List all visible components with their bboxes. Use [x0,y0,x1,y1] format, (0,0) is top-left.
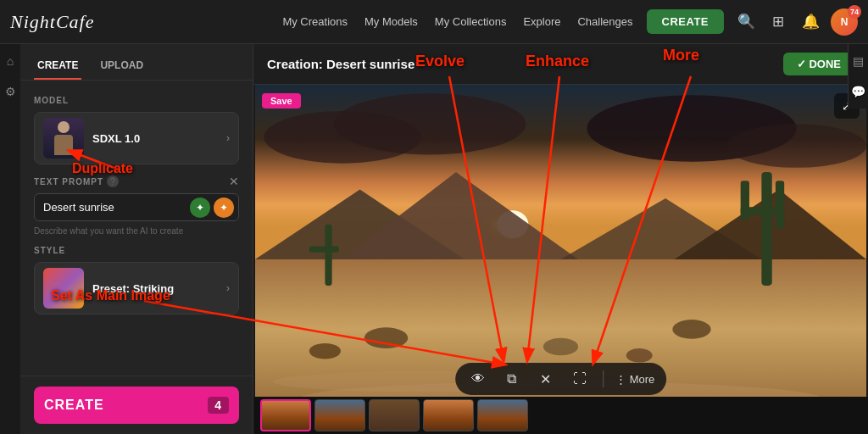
home-icon[interactable]: ⌂ [2,53,19,70]
right-panel-icons: ▤ 💬 [848,44,868,108]
prompt-input-wrap: ✦ ✦ [34,193,239,221]
save-button[interactable]: Save [262,93,301,108]
model-chevron-icon: › [226,132,230,144]
clear-prompt-button[interactable]: ✕ [229,175,239,188]
more-dots-icon: ⋮ [615,373,626,386]
model-silhouette [52,121,75,155]
svg-rect-16 [741,181,749,220]
thumbnail-item-3[interactable] [369,399,420,431]
svg-rect-18 [325,225,331,286]
avatar-badge: 74 [848,5,861,19]
style-thumbnail [43,268,84,309]
chat-icon[interactable]: 💬 [850,83,867,100]
model-card[interactable]: SDXL 1.0 › [34,112,239,164]
style-section-label: STYLE [34,246,239,255]
thumbnail-item-1[interactable] [260,399,311,431]
sidebar-left-icons: ⌂ ⚙ [0,44,20,434]
tab-create[interactable]: CREATE [34,53,81,80]
copy-icon[interactable]: ⧉ [501,368,523,390]
style-card[interactable]: Preset: Striking › [34,262,239,314]
text-prompt-row: TEXT PROMPT ? ✕ [34,175,239,188]
prompt-hint: Describe what you want the AI to create [34,226,239,236]
top-nav: NightCafe My Creations My Models My Coll… [0,0,868,44]
avatar[interactable]: N 74 [831,8,858,36]
settings-icon[interactable]: ⚙ [2,83,19,100]
svg-rect-19 [309,247,339,253]
svg-point-23 [309,343,341,359]
svg-rect-14 [761,172,771,286]
svg-point-22 [672,320,710,339]
nav-create-button[interactable]: CREATE [647,9,724,34]
svg-point-6 [726,124,866,168]
creation-title: Creation: Desert sunrise [267,57,415,71]
image-area: Save ⤢ 👁 ⧉ ✕ ⛶ ⋮ More [253,85,868,434]
view-icon[interactable]: 👁 [467,368,489,390]
style-name: Preset: Striking [92,282,174,295]
svg-rect-17 [776,181,784,229]
svg-point-4 [334,93,526,154]
more-button[interactable]: ⋮ More [615,373,655,386]
svg-point-20 [364,327,409,348]
nav-my-models[interactable]: My Models [364,15,418,28]
bell-button[interactable]: 🔔 [798,10,822,34]
delete-icon[interactable]: ✕ [535,368,557,390]
style-chevron-icon: › [226,282,230,294]
content-header: Creation: Desert sunrise ✓ DONE [253,44,868,85]
fullscreen-icon[interactable]: ⛶ [569,368,591,390]
magic-prompt-button[interactable]: ✦ [214,198,234,218]
svg-point-21 [543,338,578,356]
avatar-text: N [841,16,849,28]
done-button[interactable]: ✓ DONE [783,53,854,75]
more-label: More [630,373,655,386]
create-btn-row: CREATE 4 [20,376,253,434]
nav-my-creations[interactable]: My Creations [282,15,348,28]
text-prompt-label: TEXT PROMPT [34,177,103,186]
model-thumbnail [43,118,84,159]
grid-button[interactable]: ⊞ [766,10,790,34]
help-icon: ? [107,175,119,187]
thumbnail-item-5[interactable] [477,399,528,431]
sidebar-content: MODEL SDXL 1.0 › TEXT PROMPT ? [20,81,253,376]
image-toolbar: 👁 ⧉ ✕ ⛶ ⋮ More [455,363,667,395]
logo: NightCafe [10,11,94,33]
toolbar-divider [603,370,604,387]
sidebar-tabs: CREATE UPLOAD [20,44,253,81]
gallery-icon[interactable]: ▤ [850,53,867,70]
sidebar: CREATE UPLOAD MODEL SDXL 1.0 › [20,44,253,434]
create-btn-label: CREATE [44,398,104,413]
nav-explore[interactable]: Explore [523,15,560,28]
nav-challenges[interactable]: Challenges [577,15,632,28]
create-btn-count: 4 [208,397,229,414]
nav-links: My Creations My Models My Collections Ex… [282,15,632,28]
prompt-buttons: ✦ ✦ [190,198,234,218]
enhance-prompt-button[interactable]: ✦ [190,198,210,218]
nav-my-collections[interactable]: My Collections [435,15,507,28]
model-section-label: MODEL [34,96,239,105]
thumbnail-item-2[interactable] [314,399,365,431]
search-button[interactable]: 🔍 [734,10,758,34]
tab-upload[interactable]: UPLOAD [97,53,147,80]
main-layout: CREATE UPLOAD MODEL SDXL 1.0 › [0,44,868,434]
main-content: Creation: Desert sunrise ✓ DONE [253,44,868,434]
svg-point-24 [626,348,653,362]
model-name: SDXL 1.0 [92,132,140,145]
nav-icons: 🔍 ⊞ 🔔 N 74 [734,8,858,36]
create-button[interactable]: CREATE 4 [34,387,239,424]
thumbnail-item-4[interactable] [423,399,474,431]
thumbnail-strip [253,397,868,434]
